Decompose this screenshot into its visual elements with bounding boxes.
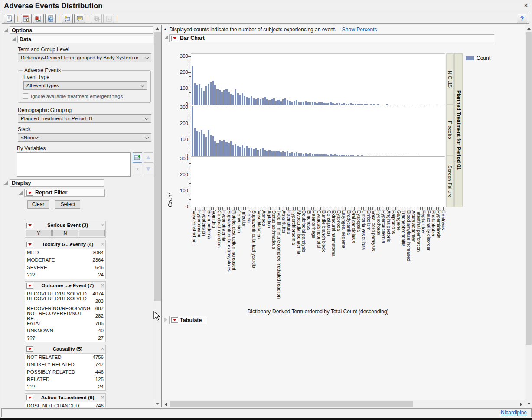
scroll-left-arrow[interactable] [162,400,170,407]
red-triangle-menu-icon[interactable] [26,190,33,196]
bar[interactable] [246,97,248,105]
bar[interactable] [244,96,245,105]
filter-value-row[interactable]: DOSE NOT CHANGED746 [25,402,105,408]
bar[interactable] [219,90,221,105]
filter-value-row[interactable]: RECOVERED/RESOLVED ...203 [25,298,105,305]
bar[interactable] [230,94,232,105]
filter-value-row[interactable]: SEVERE646 [25,264,105,271]
bar[interactable] [305,153,307,156]
red-triangle-menu-icon[interactable] [26,283,33,289]
report-filter-header[interactable]: Report Filter [24,189,105,197]
bar[interactable] [298,102,300,105]
bar[interactable] [239,95,241,105]
filter-value-row[interactable]: RELATED125 [25,376,105,383]
bar[interactable] [287,100,288,105]
filter-value-row[interactable]: MODERATE2364 [25,256,105,264]
bar[interactable] [221,92,223,105]
scroll-up-arrow[interactable] [525,25,532,32]
bar[interactable] [303,102,304,105]
bar[interactable] [280,152,282,156]
red-triangle-menu-icon[interactable] [171,317,178,323]
bar[interactable] [251,96,252,105]
scroll-down-arrow[interactable] [525,400,532,407]
bar[interactable] [253,98,255,105]
bar[interactable] [228,92,230,105]
bar[interactable] [291,152,293,156]
bar[interactable] [192,66,193,105]
bar[interactable] [196,85,198,105]
bar[interactable] [214,85,216,105]
bar[interactable] [235,144,236,156]
bar[interactable] [232,95,234,105]
red-triangle-menu-icon[interactable] [171,36,178,41]
filter-value-row[interactable]: ???24 [25,271,105,279]
bar[interactable] [242,93,243,105]
bar[interactable] [208,84,209,105]
bar[interactable] [260,149,261,156]
bar[interactable] [296,152,297,156]
bar[interactable] [210,82,212,105]
filter-value-button[interactable]: Y [26,230,52,236]
bar[interactable] [271,151,273,156]
bar[interactable] [194,83,196,105]
disclosure-open-icon[interactable] [19,191,23,195]
bar[interactable] [257,98,259,105]
bar[interactable] [223,140,225,156]
bar[interactable] [216,89,218,105]
ignore-flags-checkbox[interactable] [23,93,28,99]
disclosure-open-icon[interactable] [4,28,8,32]
data-table-search-icon[interactable] [21,14,32,23]
sidebar-scrollbar[interactable] [153,25,161,407]
close-icon[interactable]: × [524,1,528,10]
bar[interactable] [237,146,238,156]
bar[interactable] [277,100,279,105]
bar[interactable] [246,146,248,156]
bar[interactable] [228,143,230,156]
bar[interactable] [255,148,257,156]
bar[interactable] [275,151,277,156]
bar[interactable] [225,142,227,156]
bar[interactable] [212,136,214,156]
scrollbar-thumb[interactable] [170,401,413,407]
filter-value-row[interactable]: POSSIBLY RELATED446 [25,368,105,376]
bar[interactable] [268,150,270,156]
bar[interactable] [291,102,293,105]
web-report-icon[interactable] [45,14,56,23]
bar[interactable] [273,98,275,105]
filter-value-button[interactable] [79,230,105,236]
scroll-right-arrow[interactable] [518,400,525,407]
filter-value-button[interactable]: N [52,230,78,236]
bar[interactable] [237,93,238,105]
show-percents-link[interactable]: Show Percents [342,26,377,33]
bar[interactable] [199,84,200,105]
bar[interactable] [208,130,209,156]
bar[interactable] [298,153,300,156]
red-triangle-menu-icon[interactable] [26,223,33,228]
bar[interactable] [219,140,221,156]
bar[interactable] [309,153,311,156]
close-filter-icon[interactable]: × [101,346,104,352]
close-filter-icon[interactable]: × [101,282,104,289]
disclosure-open-icon[interactable] [164,36,168,39]
bar[interactable] [312,102,313,105]
scroll-up-arrow[interactable] [153,25,161,32]
bar[interactable] [307,102,309,105]
bar[interactable] [262,148,264,156]
bar[interactable] [244,148,245,156]
bar[interactable] [282,151,284,156]
bar[interactable] [300,153,302,156]
bar[interactable] [282,99,284,105]
disclosure-open-icon[interactable] [4,181,8,185]
bar[interactable] [196,131,198,157]
bar[interactable] [284,152,286,156]
clear-button[interactable]: Clear [27,200,49,209]
bar[interactable] [253,149,255,156]
bar[interactable] [239,147,241,156]
stack-select[interactable]: <None> [18,133,151,142]
bar[interactable] [194,128,196,156]
filter-value-row[interactable]: ???27 [25,335,105,342]
presentation-report-icon[interactable] [33,14,44,23]
bar[interactable] [242,145,243,156]
event-type-select[interactable]: All event types [23,81,147,90]
close-filter-icon[interactable]: × [101,394,104,400]
